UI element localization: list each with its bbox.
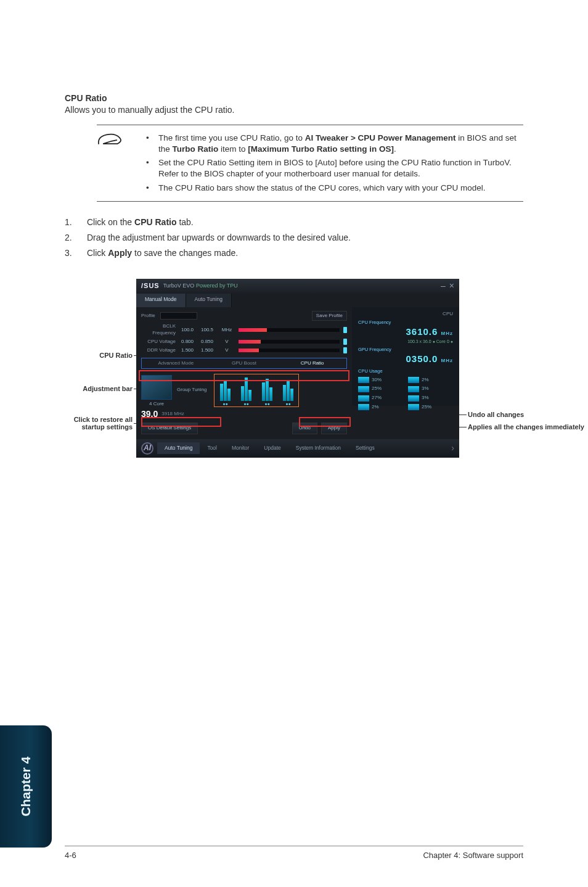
steps-list: 1.Click on the CPU Ratio tab. 2.Drag the… [65, 217, 523, 259]
callout-apply: Applies all the changes immediately [468, 423, 584, 431]
chevron-right-icon[interactable]: › [451, 442, 454, 454]
cpu-chip-icon [141, 375, 172, 400]
tab-advanced-mode[interactable]: Advanced Mode [142, 358, 210, 369]
tab-manual-mode[interactable]: Manual Mode [136, 294, 186, 307]
usage-cell: 2% [358, 404, 403, 411]
slider-label: CPU Voltage [141, 339, 176, 345]
slider-track[interactable] [239, 340, 340, 344]
usage-cell: 3% [408, 395, 453, 402]
gpu-freq-value: 0350.0 [406, 353, 438, 364]
tab-cpu-ratio[interactable]: CPU Ratio [278, 358, 346, 369]
close-icon[interactable]: × [449, 280, 454, 292]
dock-item[interactable]: Monitor [224, 442, 256, 454]
undo-button[interactable]: Undo [292, 423, 317, 434]
tab-auto-tuning[interactable]: Auto Tuning [186, 294, 232, 307]
footer-title: Chapter 4: Software support [423, 850, 523, 861]
slider-unit: V [219, 347, 235, 354]
tab-gpu-boost[interactable]: GPU Boost [210, 358, 279, 369]
slider-min: 1.500 [179, 347, 195, 354]
slider-handle[interactable] [343, 339, 347, 345]
profile-dropdown[interactable] [160, 312, 197, 320]
ai-suite-logo-icon[interactable]: AI [141, 442, 153, 455]
cpu-usage-label: CPU Usage [358, 368, 453, 374]
slider-handle[interactable] [343, 347, 347, 353]
core-bar[interactable]: ●● [259, 376, 275, 406]
dock-item[interactable]: Update [256, 442, 288, 454]
slider-min: 0.800 [179, 339, 195, 345]
slider-val: 1.500 [199, 347, 215, 354]
dock-item[interactable]: Settings [348, 442, 382, 454]
bottom-dock: AI Auto TuningToolMonitorUpdateSystem In… [136, 439, 459, 458]
core-bar[interactable]: ●● [238, 376, 254, 406]
title-bar: /SUS TurboV EVO Powered by TPU – × [136, 279, 459, 294]
slider-label: DDR Voltage [141, 347, 176, 354]
group-tuning-label: Group Tuning [177, 387, 206, 394]
dock-item[interactable]: System Information [288, 442, 348, 454]
callout-restore: Click to restore all startup settings [65, 416, 133, 431]
slider-val: 0.850 [199, 339, 215, 345]
usage-cell: 25% [358, 386, 403, 392]
screenshot-figure: CPU Ratio Adjustment bar Click to restor… [65, 279, 523, 470]
core-bar[interactable]: ●● [280, 376, 296, 406]
usage-cell: 27% [358, 395, 403, 402]
note-item: Set the CPU Ratio Setting item in BIOS t… [137, 157, 521, 179]
ratio-value: 39.0 [141, 408, 158, 420]
note-block: The first time you use CPU Ratio, go to … [97, 125, 523, 202]
note-item: The first time you use CPU Ratio, go to … [137, 133, 521, 155]
product-name: TurboV EVO Powered by TPU [163, 282, 238, 289]
section-heading: CPU Ratio [65, 93, 107, 103]
slider-min: 100.0 [179, 327, 195, 334]
slider-val: 100.5 [199, 327, 215, 334]
slider-track[interactable] [239, 349, 340, 352]
core-bar[interactable]: ●● [217, 376, 233, 406]
cpu-freq-value: 3610.6 [406, 326, 438, 337]
usage-cell: 30% [358, 377, 403, 384]
slider-unit: V [219, 339, 235, 345]
dock-item[interactable]: Tool [200, 442, 224, 454]
os-default-button[interactable]: OS Default Settings [141, 423, 198, 434]
save-profile-button[interactable]: Save Profile [312, 311, 347, 321]
slider-unit: MHz [219, 327, 235, 334]
cpu-freq-label: CPU Frequency [358, 320, 453, 326]
slider-track[interactable] [239, 328, 340, 332]
chip-core-label: 4 Core [149, 401, 164, 408]
brand-logo: /SUS [141, 281, 160, 291]
gpu-freq-label: GPU Frequency [358, 347, 453, 353]
dock-item[interactable]: Auto Tuning [157, 442, 200, 454]
callout-adjustment-bar: Adjustment bar [83, 385, 133, 392]
callout-cpu-ratio: CPU Ratio [99, 352, 133, 359]
page-footer: 4-6 Chapter 4: Software support [65, 846, 523, 861]
app-window: /SUS TurboV EVO Powered by TPU – × Manua… [136, 279, 459, 458]
cores-adjustment-group[interactable]: ●●●●●●●● [214, 374, 299, 407]
callout-undo: Undo all changes [468, 411, 524, 418]
section-body: Allows you to manually adjust the CPU ra… [65, 105, 234, 115]
profile-label: Profile [141, 313, 155, 320]
usage-cell: 25% [408, 404, 453, 411]
right-panel-title: CPU [358, 311, 453, 318]
usage-cell: 2% [408, 377, 453, 384]
chapter-side-tab: Chapter 4 [0, 725, 52, 848]
note-icon [97, 130, 124, 196]
ratio-freq: 3918 MHz [161, 411, 184, 418]
slider-handle[interactable] [343, 327, 347, 333]
page-number: 4-6 [65, 850, 76, 861]
minimize-icon[interactable]: – [441, 280, 446, 292]
slider-label: BCLK Frequency [141, 323, 176, 337]
apply-button[interactable]: Apply [321, 423, 347, 434]
note-item: The CPU Ratio bars show the status of th… [137, 183, 521, 194]
usage-cell: 3% [408, 386, 453, 392]
cpu-freq-sub: 100.3 x 36.0 ● Core 0 ● [358, 339, 453, 344]
